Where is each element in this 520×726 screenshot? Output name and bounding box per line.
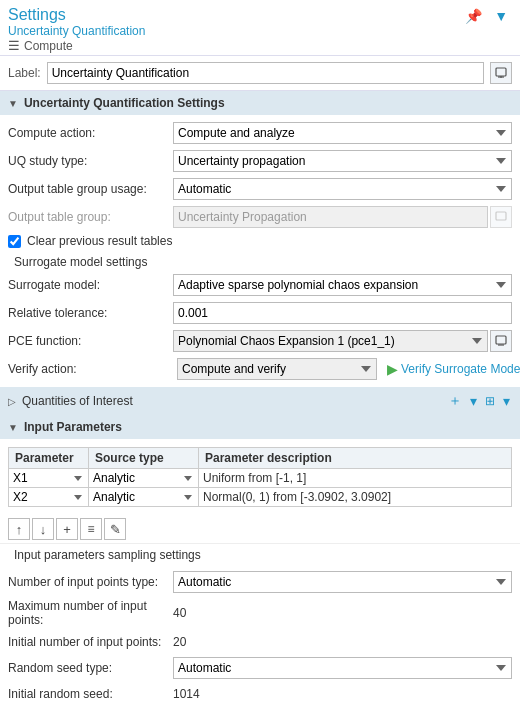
uq-study-type-label: UQ study type:	[8, 154, 173, 168]
ip-title: Input Parameters	[24, 420, 122, 434]
verify-button-label: Verify Surrogate Model	[401, 362, 520, 376]
surrogate-model-row: Surrogate model: Adaptive sparse polynom…	[0, 271, 520, 299]
uq-study-type-control: Uncertainty propagation	[173, 150, 512, 172]
ip-table-container: Parameter Source type Parameter descript…	[0, 439, 520, 515]
compute-action-select[interactable]: Compute and analyze	[173, 122, 512, 144]
random-seed-type-row: Random seed type: Automatic	[0, 654, 520, 682]
source-x1-cell: Analytic	[89, 469, 199, 488]
verify-action-row: Verify action: Compute and verify ▶ Veri…	[0, 355, 520, 383]
clear-previous-row: Clear previous result tables	[0, 231, 520, 251]
source-x2-select[interactable]: Analytic	[93, 490, 194, 504]
clear-previous-checkbox[interactable]	[8, 235, 21, 248]
add-row-button[interactable]: +	[56, 518, 78, 540]
source-x1-select[interactable]: Analytic	[93, 471, 194, 485]
table-row: X2 Analytic Normal(0, 1) from [-3.0902, …	[9, 488, 512, 507]
clear-previous-label: Clear previous result tables	[27, 234, 172, 248]
initial-input-points-row: Initial number of input points: 20	[0, 630, 520, 654]
pce-function-row: PCE function: Polynomial Chaos Expansion…	[0, 327, 520, 355]
row-up-button[interactable]: ↑	[8, 518, 30, 540]
quantities-collapse-arrow: ▷	[8, 396, 16, 407]
label-input[interactable]	[47, 62, 484, 84]
uq-settings-form: Compute action: Compute and analyze UQ s…	[0, 115, 520, 387]
pin-button[interactable]: 📌	[461, 6, 486, 26]
breadcrumb: Uncertainty Quantification	[8, 24, 145, 38]
desc-x1-cell: Uniform from [-1, 1]	[199, 469, 512, 488]
edit-button[interactable]: ✎	[104, 518, 126, 540]
output-table-usage-select[interactable]: Automatic	[173, 178, 512, 200]
menu-button[interactable]: ▼	[490, 6, 512, 26]
desc-x2-cell: Normal(0, 1) from [-3.0902, 3.0902]	[199, 488, 512, 507]
num-points-type-label: Number of input points type:	[8, 575, 173, 589]
table-row: X1 Analytic Uniform from [-1, 1]	[9, 469, 512, 488]
quantities-more-button[interactable]: ▾	[501, 393, 512, 409]
relative-tolerance-input[interactable]	[173, 302, 512, 324]
output-table-group-row: Output table group:	[0, 203, 520, 231]
sub-breadcrumb: ☰ Compute	[8, 38, 145, 53]
quantities-add-button[interactable]: ＋	[446, 392, 464, 410]
source-x2-cell: Analytic	[89, 488, 199, 507]
max-input-points-row: Maximum number of input points: 40	[0, 596, 520, 630]
col-header-source-type: Source type	[89, 448, 199, 469]
param-x1-cell: X1	[9, 469, 89, 488]
svg-rect-4	[496, 336, 506, 344]
compute-action-label: Compute action:	[8, 126, 173, 140]
label-browse-icon[interactable]	[490, 62, 512, 84]
header: Settings Uncertainty Quantification ☰ Co…	[0, 0, 520, 56]
relative-tolerance-label: Relative tolerance:	[8, 306, 173, 320]
quantities-view-button[interactable]: ⊞	[483, 394, 497, 408]
quantities-header-left: ▷ Quantities of Interest	[8, 394, 133, 408]
pce-function-select[interactable]: Polynomial Chaos Expansion 1 (pce1_1)	[173, 330, 488, 352]
quantities-title: Quantities of Interest	[22, 394, 133, 408]
surrogate-settings-label: Surrogate model settings	[0, 251, 520, 271]
ip-collapse-arrow: ▼	[8, 422, 18, 433]
uq-study-type-select[interactable]: Uncertainty propagation	[173, 150, 512, 172]
initial-input-points-label: Initial number of input points:	[8, 635, 173, 649]
verify-action-label: Verify action:	[8, 362, 173, 376]
param-x2-select[interactable]: X2	[13, 490, 84, 504]
max-input-points-value: 40	[173, 606, 512, 620]
random-seed-type-select[interactable]: Automatic	[173, 657, 512, 679]
input-parameters-section-header[interactable]: ▼ Input Parameters	[0, 415, 520, 439]
param-x1-select[interactable]: X1	[13, 471, 84, 485]
quantities-header-right: ＋ ▾ ⊞ ▾	[446, 392, 512, 410]
output-table-group-input	[173, 206, 488, 228]
compute-action-control: Compute and analyze	[173, 122, 512, 144]
pce-browse-icon[interactable]	[490, 330, 512, 352]
initial-input-points-value: 20	[173, 635, 512, 649]
quantities-section-header[interactable]: ▷ Quantities of Interest ＋ ▾ ⊞ ▾	[0, 387, 520, 415]
compute-action-row: Compute action: Compute and analyze	[0, 119, 520, 147]
num-points-type-select[interactable]: Automatic	[173, 571, 512, 593]
menu-icon: ☰	[8, 38, 20, 53]
uq-settings-section-header[interactable]: ▼ Uncertainty Quantification Settings	[0, 91, 520, 115]
output-table-group-label: Output table group:	[8, 210, 173, 224]
max-input-points-label: Maximum number of input points:	[8, 599, 173, 627]
svg-rect-3	[496, 212, 506, 220]
uq-study-type-row: UQ study type: Uncertainty propagation	[0, 147, 520, 175]
param-x2-cell: X2	[9, 488, 89, 507]
page-title: Settings	[8, 6, 145, 24]
quantities-dropdown-button[interactable]: ▾	[468, 393, 479, 409]
list-button[interactable]: ≡	[80, 518, 102, 540]
uq-settings-collapse-arrow: ▼	[8, 98, 18, 109]
header-actions: 📌 ▼	[461, 6, 512, 26]
surrogate-model-select[interactable]: Adaptive sparse polynomial chaos expansi…	[173, 274, 512, 296]
verify-action-select[interactable]: Compute and verify	[177, 358, 377, 380]
output-table-usage-label: Output table group usage:	[8, 182, 173, 196]
num-points-type-row: Number of input points type: Automatic	[0, 568, 520, 596]
row-down-button[interactable]: ↓	[32, 518, 54, 540]
sampling-settings-label: Input parameters sampling settings	[0, 543, 520, 564]
verify-surrogate-button[interactable]: ▶ Verify Surrogate Model	[381, 361, 520, 377]
uq-settings-title: Uncertainty Quantification Settings	[24, 96, 225, 110]
label-text: Label:	[8, 66, 41, 80]
svg-rect-0	[496, 68, 506, 76]
param-table: Parameter Source type Parameter descript…	[8, 447, 512, 507]
output-table-usage-control: Automatic	[173, 178, 512, 200]
initial-random-seed-row: Initial random seed: 1014	[0, 682, 520, 706]
output-table-browse-icon	[490, 206, 512, 228]
verify-arrow-icon: ▶	[387, 361, 398, 377]
output-table-usage-row: Output table group usage: Automatic	[0, 175, 520, 203]
col-header-parameter: Parameter	[9, 448, 89, 469]
pce-function-label: PCE function:	[8, 334, 173, 348]
initial-random-seed-value: 1014	[173, 687, 512, 701]
table-toolbar: ↑ ↓ + ≡ ✎	[0, 515, 520, 543]
